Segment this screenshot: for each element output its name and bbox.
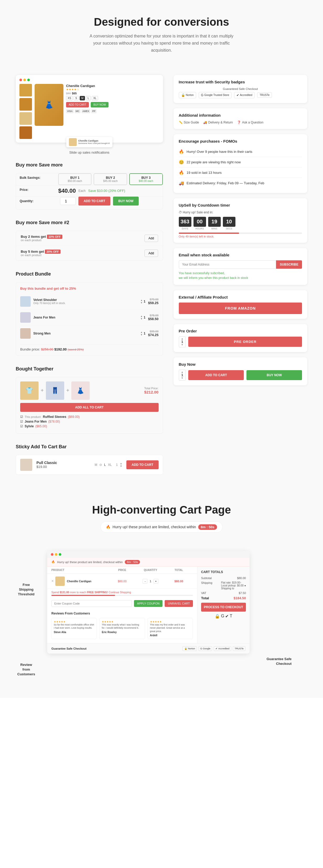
bt-img-1: 👕	[20, 381, 38, 400]
product-buy-now-btn[interactable]: BUY NOW	[91, 102, 108, 107]
subscribe-btn[interactable]: SUBSCRIBE	[276, 260, 302, 269]
subtotal-row: Subtotal $80.00	[201, 577, 246, 580]
security-subtitle: Guaranteed Safe Checkout	[179, 87, 302, 90]
sticky-qty-down[interactable]: ▼	[120, 465, 122, 467]
cart-qty-plus-btn[interactable]: +	[154, 579, 158, 584]
subscribed-message: You have successfully subcribed,we will …	[179, 271, 302, 280]
bulk-option-2[interactable]: BUY 2 $45.00 each	[94, 173, 127, 185]
buy-now-btn[interactable]: BUY NOW	[247, 370, 302, 380]
shipping-row: Shipping Flat rate: $19.00↑Local pickup:…	[201, 581, 246, 590]
trust-norton: 🔒	[215, 614, 220, 619]
size-xl[interactable]: XL	[92, 96, 98, 100]
bulk-option-1[interactable]: BUY 1 $50.00 each	[58, 173, 92, 185]
bm2-add-btn-2[interactable]: Add	[144, 250, 158, 257]
bundle-qty-up-2[interactable]: ▲	[140, 315, 142, 317]
coupon-input[interactable]	[52, 600, 132, 607]
pre-order-qty-down[interactable]: ▼	[181, 344, 184, 346]
thumb-3[interactable]	[20, 112, 32, 125]
size-xs[interactable]: XS	[66, 96, 73, 100]
sticky-size-l[interactable]: L	[104, 463, 106, 467]
pre-order-btn[interactable]: PRE ORDER	[188, 337, 302, 347]
gbadge-google: G Google	[198, 646, 213, 651]
apply-coupon-btn[interactable]: APPLY COUPON	[134, 600, 163, 607]
total-value: $184.50	[234, 596, 246, 600]
cart-qty-minus-btn[interactable]: -	[142, 579, 147, 584]
buy-now-qty: 1	[182, 373, 183, 377]
bulk-qty-input[interactable]	[60, 197, 76, 205]
size-s[interactable]: S	[74, 96, 79, 100]
gbadge-accredited: ✔ Accredited	[214, 646, 231, 651]
bundle-item-stock-1: Only 70 item(s) left in stock.	[33, 302, 138, 305]
cart-item-row: ✕ Chenille Cardigan $80.00 - 1 +	[47, 574, 197, 589]
from-amazon-btn[interactable]: FROM AMAZON	[179, 303, 302, 314]
bundle-qty-up-1[interactable]: ▲	[140, 299, 142, 302]
product-old-price: $80	[66, 92, 71, 95]
browser-bar	[20, 79, 159, 81]
truste-label: TRUSTe	[260, 94, 269, 96]
bulk-buy-now-btn[interactable]: BUY NOW	[113, 197, 139, 206]
bundle-qty-down-3[interactable]: ▼	[140, 334, 142, 336]
email-stock-input[interactable]	[179, 260, 276, 269]
bt-total-wrap: Total Price: $212.00	[144, 387, 158, 394]
thumb-4[interactable]	[20, 126, 32, 139]
bulk-price-info: $40.00 Each Save $10.00 (20% OFF)	[58, 185, 163, 196]
bulk-save-text: Save $10.00 (20% OFF)	[88, 189, 125, 193]
bundle-qty-down-1[interactable]: ▼	[140, 302, 142, 304]
size-m[interactable]: M	[80, 96, 85, 100]
add-all-to-cart-btn[interactable]: ADD ALL TO CART	[20, 403, 159, 412]
buy-now-qty-down[interactable]: ▼	[181, 377, 184, 379]
bt-checkbox-2: ☑	[20, 420, 23, 423]
bundle-qty-2: ▲ ▼ 1	[140, 315, 146, 320]
cart-table-header: PRODUCT PRICE QUANTITY TOTAL	[47, 566, 197, 574]
size-l[interactable]: L	[86, 96, 91, 100]
security-title: Increase trust with Security badges	[179, 80, 302, 84]
bundle-promo: Buy this bundle and get off to 25%	[20, 286, 159, 290]
bt-item-row-1: ☑ This product: Ruffled Sleeves ($69.00)	[20, 415, 159, 418]
bm2-add-btn-1[interactable]: Add	[144, 235, 158, 242]
review-label: ReviewfromCustomers	[10, 662, 42, 677]
thumb-2[interactable]	[20, 98, 32, 111]
product-mockup: 👗 Chenille Cardigan ★★★★☆ $80 $65 XS S M…	[16, 75, 163, 143]
delivery-return-link[interactable]: 🚚 Delivery & Return	[203, 121, 233, 124]
badge-paypal: PP	[91, 109, 96, 113]
buy-now-add-cart-btn[interactable]: ADD TO CART	[188, 370, 244, 380]
pre-order-qty-up[interactable]: ▲	[181, 338, 184, 340]
bulk-option-3[interactable]: BUY 3 $40.00 each	[129, 173, 163, 185]
countdown-hurry-text: ⏱ Hurry up! Sale end in:	[179, 211, 302, 214]
product-add-cart-btn[interactable]: ADD TO CART	[66, 102, 89, 107]
bt-total-value: $212.00	[144, 390, 158, 394]
google-label: Google Trusted Store	[204, 94, 229, 96]
cart-remove-btn[interactable]: ✕	[52, 579, 54, 583]
cart-dot-green	[59, 553, 61, 556]
bundle-qty-1: ▲ ▼ 1	[140, 299, 146, 304]
bundle-new-total: $192.00	[54, 347, 67, 351]
col-right: Increase trust with Security badges Guar…	[173, 75, 307, 385]
badge-norton: 🔒 Norton	[179, 92, 196, 98]
bundle-qty-up-3[interactable]: ▲	[140, 331, 142, 334]
ask-question-link[interactable]: ❓ Ask a Question	[237, 121, 263, 124]
countdown-hours: 00	[193, 217, 206, 227]
cart-product-name: Chenille Cardigan	[67, 580, 92, 583]
cart-timer-banner: 🔥 Hurry up! these product are limited, c…	[100, 521, 222, 533]
cart-dot-yellow	[55, 553, 57, 556]
product-price: $65	[72, 92, 76, 95]
bulk-add-cart-btn[interactable]: ADD TO CART	[78, 197, 110, 206]
checkout-btn[interactable]: PROCESS TO CHECKOUT	[201, 603, 246, 612]
unapply-coupon-btn[interactable]: UNRAVEL CART	[165, 600, 193, 607]
fomo-text-4: Estimated Delivery: Friday, Feb 09 — Tue…	[187, 181, 264, 185]
trust-truste: T	[230, 614, 232, 619]
buy-now-qty-up[interactable]: ▲	[181, 371, 184, 373]
badge-google: G Google Trusted Store	[199, 92, 231, 98]
thumb-1[interactable]	[20, 84, 32, 96]
bt-name-3: Sylvie	[25, 425, 34, 428]
size-guide-link[interactable]: 📏 Size Guide	[179, 121, 199, 124]
bundle-qty-down-2[interactable]: ▼	[140, 317, 142, 320]
sticky-qty-up[interactable]: ▲	[120, 462, 122, 465]
buy-now-title: Buy Now	[179, 362, 302, 367]
bundle-qty-3: ▲ ▼ 1	[140, 331, 146, 336]
bm2-sub-1: on each product	[21, 239, 62, 242]
product-info: Chenille Cardigan ★★★★☆ $80 $65 XS S M L…	[66, 84, 159, 139]
vat-row: VAT $7.50	[201, 591, 246, 595]
countdown-mins-label: MINS	[208, 227, 221, 230]
sticky-add-to-cart-btn[interactable]: ADD TO CART	[126, 460, 158, 469]
